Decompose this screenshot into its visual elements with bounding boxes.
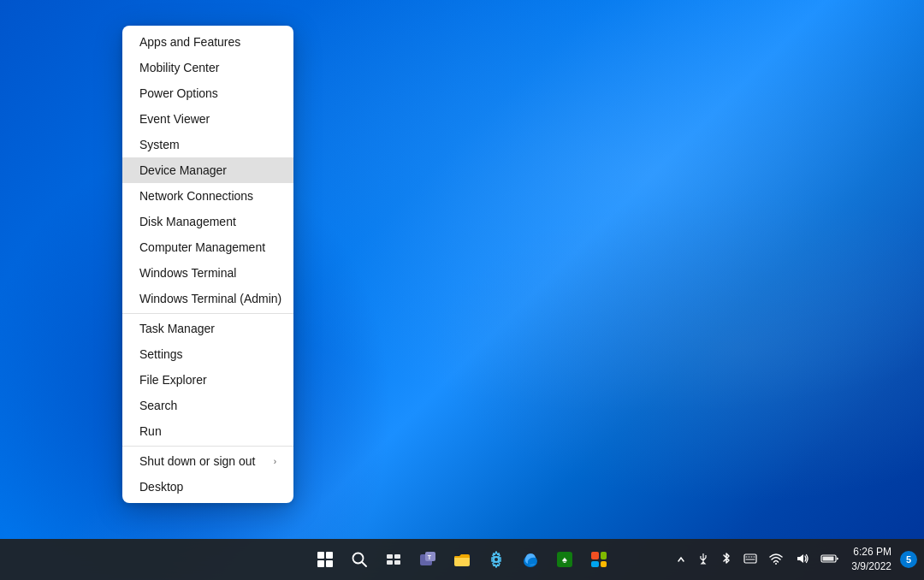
- menu-item-label: System: [139, 138, 180, 151]
- volume-icon[interactable]: [791, 551, 812, 569]
- gear-icon: [488, 551, 505, 568]
- solitaire-button[interactable]: ♠: [549, 544, 580, 575]
- teams-button[interactable]: T: [412, 544, 443, 575]
- taskbar: T: [0, 539, 924, 580]
- svg-point-10: [494, 557, 499, 562]
- edge-button[interactable]: [515, 544, 546, 575]
- svg-text:♠: ♠: [562, 554, 567, 565]
- svg-rect-4: [387, 560, 393, 565]
- store-button[interactable]: [583, 544, 614, 575]
- menu-item-label: Event Viewer: [139, 112, 210, 126]
- menu-item-system[interactable]: System: [122, 132, 293, 157]
- svg-rect-17: [601, 561, 607, 567]
- svg-rect-26: [823, 556, 834, 560]
- submenu-arrow-icon: ›: [274, 457, 276, 466]
- keyboard-icon[interactable]: [740, 552, 761, 568]
- menu-item-label: Run: [139, 424, 162, 438]
- menu-item-mobility-center[interactable]: Mobility Center: [122, 55, 293, 80]
- menu-item-event-viewer[interactable]: Event Viewer: [122, 106, 293, 132]
- file-explorer-icon: [453, 550, 471, 569]
- search-button[interactable]: [344, 544, 375, 575]
- menu-item-disk-management[interactable]: Disk Management: [122, 209, 293, 234]
- usb-device-icon: [697, 553, 709, 565]
- speaker-icon: [795, 553, 808, 565]
- menu-item-search[interactable]: Search: [122, 393, 293, 418]
- menu-item-run[interactable]: Run: [122, 418, 293, 444]
- menu-item-label: Power Options: [139, 86, 218, 100]
- start-button[interactable]: [310, 544, 341, 575]
- menu-item-apps-features[interactable]: Apps and Features: [122, 29, 293, 55]
- search-icon: [352, 552, 367, 567]
- task-view-icon: [386, 552, 401, 567]
- taskbar-center: T: [310, 544, 614, 575]
- usb-icon[interactable]: [694, 551, 713, 569]
- menu-item-device-manager[interactable]: Device Manager: [122, 157, 293, 183]
- keyboard-device-icon: [743, 553, 757, 564]
- date: 3/9/2022: [851, 559, 891, 574]
- svg-rect-5: [394, 560, 400, 565]
- menu-item-label: Search: [139, 399, 177, 412]
- menu-item-settings[interactable]: Settings: [122, 341, 293, 367]
- file-explorer-button[interactable]: [447, 544, 477, 575]
- menu-item-label: File Explorer: [139, 373, 207, 387]
- solitaire-icon: ♠: [555, 550, 574, 569]
- menu-item-label: Settings: [139, 347, 183, 361]
- bluetooth-device-icon: [721, 553, 732, 565]
- notification-badge[interactable]: 5: [900, 551, 917, 568]
- menu-item-windows-terminal-admin[interactable]: Windows Terminal (Admin): [122, 286, 293, 311]
- menu-item-label: Computer Management: [139, 240, 265, 254]
- context-menu: Apps and FeaturesMobility CenterPower Op…: [122, 26, 293, 503]
- clock[interactable]: 6:26 PM 3/9/2022: [848, 545, 895, 574]
- task-view-button[interactable]: [378, 544, 409, 575]
- svg-line-1: [362, 562, 366, 566]
- menu-item-computer-management[interactable]: Computer Management: [122, 234, 293, 260]
- menu-item-label: Desktop: [139, 480, 183, 494]
- menu-item-shut-down[interactable]: Shut down or sign out›: [122, 448, 293, 474]
- windows-icon: [317, 552, 333, 567]
- time: 6:26 PM: [851, 545, 891, 559]
- svg-rect-16: [591, 561, 599, 567]
- menu-item-label: Apps and Features: [139, 35, 240, 49]
- menu-separator: [122, 313, 293, 314]
- store-icon: [589, 550, 608, 569]
- svg-text:T: T: [428, 554, 432, 560]
- battery-status-icon: [820, 553, 839, 564]
- menu-item-label: Windows Terminal (Admin): [139, 292, 281, 305]
- menu-item-label: Mobility Center: [139, 61, 219, 74]
- tray-overflow-button[interactable]: [673, 552, 689, 568]
- menu-item-label: Shut down or sign out: [139, 454, 255, 468]
- system-tray: 6:26 PM 3/9/2022 5: [673, 545, 917, 574]
- menu-item-label: Network Connections: [139, 189, 253, 203]
- menu-separator: [122, 446, 293, 447]
- desktop: Apps and FeaturesMobility CenterPower Op…: [0, 0, 924, 580]
- menu-item-network-connections[interactable]: Network Connections: [122, 183, 293, 209]
- menu-item-label: Disk Management: [139, 215, 236, 228]
- svg-rect-15: [601, 552, 607, 559]
- menu-item-label: Device Manager: [139, 163, 227, 177]
- menu-item-desktop[interactable]: Desktop: [122, 474, 293, 500]
- chevron-up-icon: [677, 555, 685, 564]
- menu-item-file-explorer[interactable]: File Explorer: [122, 367, 293, 393]
- svg-rect-3: [394, 554, 400, 559]
- settings-app-button[interactable]: [481, 544, 512, 575]
- wifi-signal-icon: [769, 553, 783, 565]
- bluetooth-icon[interactable]: [718, 551, 735, 569]
- teams-icon: T: [418, 550, 437, 569]
- svg-rect-18: [744, 554, 756, 563]
- wifi-icon[interactable]: [766, 551, 786, 569]
- menu-item-task-manager[interactable]: Task Manager: [122, 316, 293, 341]
- svg-point-24: [775, 563, 777, 565]
- menu-item-windows-terminal[interactable]: Windows Terminal: [122, 260, 293, 286]
- menu-item-label: Windows Terminal: [139, 266, 236, 280]
- svg-rect-14: [591, 552, 599, 559]
- menu-item-label: Task Manager: [139, 322, 215, 335]
- edge-icon: [521, 550, 540, 569]
- menu-item-power-options[interactable]: Power Options: [122, 80, 293, 106]
- svg-rect-2: [387, 554, 393, 559]
- battery-icon[interactable]: [817, 552, 843, 568]
